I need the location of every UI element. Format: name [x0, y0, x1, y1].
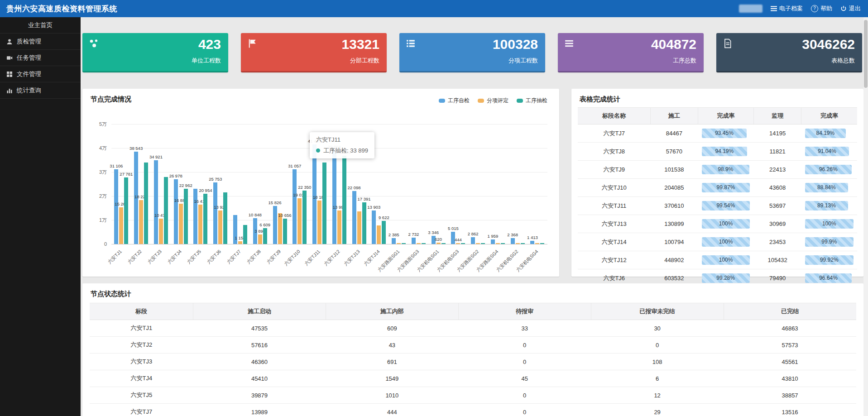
bar[interactable] — [164, 177, 168, 244]
bar[interactable] — [476, 243, 480, 244]
bar[interactable] — [377, 225, 381, 244]
bar[interactable] — [372, 210, 376, 244]
bar[interactable] — [397, 243, 401, 244]
bar[interactable] — [516, 243, 520, 244]
sidebar-item-tasks[interactable]: 任务管理 — [0, 50, 81, 66]
header-action-help[interactable]: ? 帮助 — [811, 5, 832, 13]
sidebar-item-files[interactable]: 文件管理 — [0, 66, 81, 82]
bar[interactable] — [357, 211, 361, 244]
bar[interactable] — [392, 238, 396, 244]
bar[interactable] — [312, 144, 317, 244]
bar[interactable] — [535, 243, 539, 244]
bar-group[interactable]: 1 150六安TJ7 — [230, 124, 250, 244]
bar[interactable] — [530, 241, 534, 244]
bar[interactable] — [263, 228, 267, 244]
bar[interactable] — [342, 156, 346, 244]
bar[interactable] — [471, 237, 475, 244]
bar-group[interactable]: 10 8483 8966 609六安TJ8 — [250, 124, 270, 244]
bar[interactable] — [461, 243, 465, 244]
table-cell: 99.54% — [698, 197, 753, 215]
bar-group[interactable]: 1 413六安机电SG4 — [528, 124, 547, 244]
bar[interactable] — [332, 150, 336, 244]
bar[interactable] — [258, 234, 262, 244]
bar[interactable] — [540, 243, 544, 244]
bar[interactable] — [119, 207, 123, 244]
bar[interactable] — [154, 160, 158, 244]
bar-group[interactable]: 31 05719 01522 350六安TJ10 — [290, 124, 310, 244]
bar-group[interactable]: 25 75313 923六安TJ6 — [211, 124, 230, 244]
sidebar-item-home[interactable]: 业主首页 — [0, 17, 81, 33]
bar[interactable] — [501, 243, 505, 244]
bar-group[interactable]: 1 959六安路面SG4 — [488, 124, 508, 244]
x-axis-label: 六安TJ1 — [107, 249, 124, 265]
bar-group[interactable]: 26 97816 88322 962六安TJ4 — [171, 124, 191, 244]
bar[interactable] — [124, 177, 128, 244]
bar[interactable] — [521, 243, 525, 244]
bar[interactable] — [417, 243, 421, 244]
bar-group[interactable]: 31 10615 26527 781六安TJ1 — [111, 124, 131, 244]
bar-group[interactable]: 3 346620六安机电SG1 — [428, 124, 448, 244]
bar[interactable] — [382, 221, 386, 244]
bar-column — [144, 124, 148, 244]
bar-group[interactable]: 2 368六安机电SG2 — [508, 124, 528, 244]
bar[interactable] — [198, 205, 202, 244]
bar[interactable] — [337, 210, 341, 244]
bar-group[interactable]: 2 862六安路面SG2 — [468, 124, 488, 244]
bar[interactable] — [213, 182, 217, 244]
bar[interactable] — [139, 200, 143, 244]
bar[interactable] — [402, 243, 406, 244]
form-stats-panel: 表格完成统计 标段名称施工完成率监理完成率六安TJ78446793.45%141… — [571, 89, 863, 277]
bar-group[interactable]: 5 015444六安机电SG3 — [448, 124, 468, 244]
bar[interactable] — [436, 243, 441, 244]
bar[interactable] — [203, 194, 207, 244]
bar[interactable] — [412, 238, 416, 244]
user-badge[interactable] — [739, 5, 762, 13]
bar[interactable] — [362, 202, 366, 244]
bar-group[interactable]: 15 82610 656六安TJ9 — [270, 124, 290, 244]
sidebar-item-quality[interactable]: 质检管理 — [0, 33, 81, 50]
bar-group[interactable]: 38 54318 220六安TJ2 — [131, 124, 151, 244]
grid-icon — [6, 71, 13, 77]
bar[interactable] — [491, 239, 495, 244]
bar[interactable] — [422, 243, 426, 244]
bar[interactable] — [293, 169, 297, 244]
bar-group[interactable]: 16 41420 954六安TJ5 — [191, 124, 211, 244]
bar[interactable] — [278, 213, 282, 244]
bar-group[interactable]: 34 92110 473六安TJ3 — [151, 124, 171, 244]
bar[interactable] — [193, 189, 197, 244]
bar[interactable] — [496, 243, 500, 244]
bar[interactable] — [174, 179, 178, 244]
bar-group[interactable]: 2 732六安路面SG3 — [408, 124, 428, 244]
scrollbar-thumb[interactable] — [864, 20, 868, 88]
bar[interactable] — [302, 191, 307, 244]
legend-item[interactable]: 工序抽检 — [517, 97, 547, 105]
bar[interactable] — [297, 198, 302, 244]
bar[interactable] — [218, 210, 222, 244]
bar[interactable] — [159, 219, 163, 244]
bar[interactable] — [322, 163, 326, 244]
bar[interactable] — [184, 189, 188, 244]
bar[interactable] — [144, 163, 148, 244]
bar[interactable] — [481, 243, 485, 244]
bar-group[interactable]: 2 385六安路面SG1 — [389, 124, 409, 244]
bar[interactable] — [179, 204, 183, 244]
bar[interactable] — [317, 201, 321, 244]
bar[interactable] — [456, 243, 460, 244]
bar[interactable] — [238, 241, 242, 244]
header-action-archive[interactable]: 电子档案 — [771, 5, 803, 13]
bar[interactable] — [273, 206, 277, 244]
chart-plot[interactable]: 六安TJ11 工序抽检: 33 899 5万4万3万2万1万031 10615 … — [111, 124, 547, 244]
header-action-logout[interactable]: 退出 — [840, 5, 861, 13]
bar[interactable] — [511, 238, 515, 244]
bar[interactable] — [114, 169, 118, 244]
sidebar-item-statistics[interactable]: 统计查询 — [0, 82, 81, 99]
page-scrollbar[interactable] — [863, 17, 868, 416]
bar[interactable] — [441, 243, 446, 244]
legend-item[interactable]: 工序自检 — [439, 97, 470, 105]
legend-item[interactable]: 分项评定 — [478, 97, 508, 105]
bar[interactable] — [283, 219, 287, 244]
bar[interactable] — [243, 225, 247, 244]
table-cell: 94.19% — [698, 143, 753, 161]
bar[interactable] — [223, 192, 227, 244]
bar[interactable] — [352, 191, 356, 244]
